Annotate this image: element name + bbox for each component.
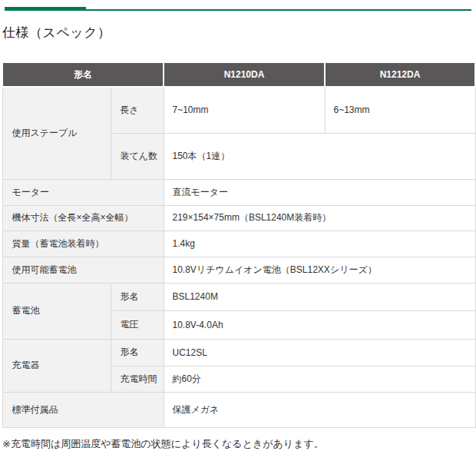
motor-value: 直流モーター bbox=[164, 179, 475, 205]
charger-time-label: 充電時間 bbox=[111, 366, 164, 392]
accent-bar-thin bbox=[86, 9, 471, 11]
battery-model-label: 形名 bbox=[111, 283, 164, 310]
charger-model-label: 形名 bbox=[111, 339, 164, 366]
accessories-label: 標準付属品 bbox=[2, 392, 164, 427]
battery-label: 蓄電池 bbox=[2, 283, 111, 339]
charging-time-footnote: ※充電時間は周囲温度や蓄電池の状態により長くなるときがあります。 bbox=[2, 437, 476, 451]
battery-model-value: BSL1240M bbox=[164, 283, 475, 310]
usable-battery-label: 使用可能蓄電池 bbox=[2, 257, 164, 283]
header-model-label: 形名 bbox=[2, 62, 164, 87]
staple-label: 使用ステープル bbox=[2, 87, 111, 179]
staple-length-value-n1212da: 6~13mm bbox=[325, 87, 475, 133]
dimensions-label: 機体寸法（全長×全高×全幅） bbox=[2, 205, 164, 230]
accessories-value: 保護メガネ bbox=[164, 392, 475, 427]
table-row-weight: 質量（蓄電池装着時） 1.4kg bbox=[2, 230, 475, 257]
table-row-accessories: 標準付属品 保護メガネ bbox=[2, 392, 475, 427]
motor-label: モーター bbox=[2, 179, 164, 205]
spec-table: 形名 N1210DA N1212DA 使用ステープル 長さ 7~10mm 6~1… bbox=[2, 61, 476, 428]
accent-bar-thick bbox=[5, 7, 86, 11]
charger-label: 充電器 bbox=[2, 339, 111, 392]
table-row-battery-model: 蓄電池 形名 BSL1240M bbox=[2, 283, 475, 310]
staple-length-value-n1210da: 7~10mm bbox=[164, 87, 325, 133]
staple-capacity-value: 150本（1連） bbox=[164, 133, 475, 179]
staple-length-label: 長さ bbox=[111, 87, 164, 133]
weight-value: 1.4kg bbox=[164, 230, 475, 257]
battery-voltage-value: 10.8V-4.0Ah bbox=[164, 310, 475, 339]
battery-voltage-label: 電圧 bbox=[111, 310, 164, 339]
weight-label: 質量（蓄電池装着時） bbox=[2, 230, 164, 257]
staple-capacity-label: 装てん数 bbox=[111, 133, 164, 179]
page-title: 仕様（スペック） bbox=[2, 24, 476, 42]
dimensions-value: 219×154×75mm（BSL1240M装着時） bbox=[164, 205, 475, 230]
charger-time-value: 約60分 bbox=[164, 366, 475, 392]
table-header-row: 形名 N1210DA N1212DA bbox=[2, 62, 475, 87]
table-row-usable-battery: 使用可能蓄電池 10.8Vリチウムイオン電池（BSL12XXシリーズ） bbox=[2, 257, 475, 283]
accent-bar bbox=[5, 7, 471, 11]
header-model-n1212da: N1212DA bbox=[325, 62, 475, 87]
table-row-staple-length: 使用ステープル 長さ 7~10mm 6~13mm bbox=[2, 87, 475, 133]
table-row-motor: モーター 直流モーター bbox=[2, 179, 475, 205]
table-row-charger-model: 充電器 形名 UC12SL bbox=[2, 339, 475, 366]
charger-model-value: UC12SL bbox=[164, 339, 475, 366]
usable-battery-value: 10.8Vリチウムイオン電池（BSL12XXシリーズ） bbox=[164, 257, 475, 283]
table-row-dimensions: 機体寸法（全長×全高×全幅） 219×154×75mm（BSL1240M装着時） bbox=[2, 205, 475, 230]
header-model-n1210da: N1210DA bbox=[164, 62, 325, 87]
